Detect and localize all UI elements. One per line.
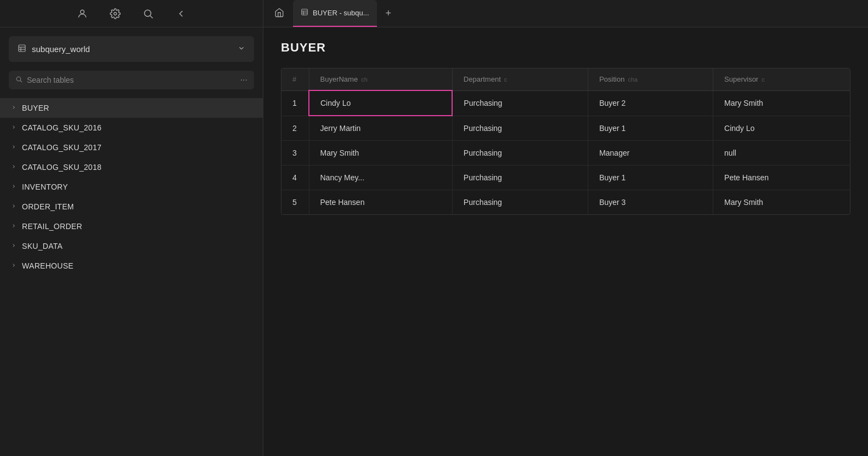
chevron-right-icon [11,105,16,111]
cell-4[interactable]: Mary Smith [713,190,850,215]
chevron-right-icon [11,263,16,269]
table-name: CATALOG_SKU_2018 [22,163,102,172]
sidebar-item-buyer[interactable]: BUYER [0,98,263,118]
cell-2[interactable]: Purchasing [452,166,588,190]
cell-1[interactable]: Mary Smith [309,141,452,166]
cell-1[interactable]: Jerry Martin [309,116,452,141]
table-list: BUYER CATALOG_SKU_2016 CATALOG_SKU_2017 … [0,96,263,278]
cell-4[interactable]: Mary Smith [713,90,850,116]
table-name: SKU_DATA [22,242,63,250]
table-icon [301,8,308,18]
tab-label: BUYER - subqu... [313,9,369,17]
tab-bar: BUYER - subqu... + [263,0,868,27]
row-number[interactable]: 4 [281,166,309,190]
svg-point-12 [16,77,21,81]
gear-icon[interactable] [108,6,123,21]
table-name: WAREHOUSE [22,261,74,270]
table-row: 5Pete HansenPurchasingBuyer 3Mary Smith [281,190,850,215]
row-number[interactable]: 5 [281,190,309,215]
table-row: 4Nancy Mey...PurchasingBuyer 1Pete Hanse… [281,166,850,190]
page-title: BUYER [281,41,850,55]
top-bar: BUYER - subqu... + [0,0,868,27]
cell-2[interactable]: Purchasing [452,116,588,141]
db-icon [18,44,26,54]
more-options-icon[interactable]: ··· [240,75,247,85]
svg-point-0 [80,10,84,14]
search-tables-input[interactable]: Search tables [27,76,236,84]
cell-4[interactable]: null [713,141,850,166]
cell-1[interactable]: Nancy Mey... [309,166,452,190]
table-name: CATALOG_SKU_2017 [22,143,102,152]
person-icon[interactable] [75,6,90,21]
cell-3[interactable]: Manager [588,141,713,166]
search-icon[interactable] [140,6,156,21]
cell-1[interactable]: Pete Hansen [309,190,452,215]
search-bar[interactable]: Search tables ··· [9,71,254,89]
sidebar-item-catalog_sku_2017[interactable]: CATALOG_SKU_2017 [0,138,263,157]
content-area: BUYER #BuyerNamechDepartmentcPositioncha… [263,27,868,456]
tab-buyer[interactable]: BUYER - subqu... [293,0,377,27]
chevron-right-icon [11,243,16,249]
cell-1[interactable]: Cindy Lo [309,90,452,116]
sidebar-item-catalog_sku_2018[interactable]: CATALOG_SKU_2018 [0,157,263,177]
sidebar-item-warehouse[interactable]: WAREHOUSE [0,256,263,276]
sidebar-item-inventory[interactable]: INVENTORY [0,177,263,197]
chevron-down-icon [238,44,245,54]
table-name: RETAIL_ORDER [22,222,82,231]
cell-4[interactable]: Cindy Lo [713,116,850,141]
chevron-right-icon [11,144,16,151]
svg-rect-4 [302,9,308,15]
cell-3[interactable]: Buyer 1 [588,116,713,141]
cell-3[interactable]: Buyer 2 [588,90,713,116]
main-layout: subquery_world Search tables ··· [0,27,868,456]
col-header-department: Departmentc [452,69,588,90]
col-header-position: Positioncha [588,69,713,90]
svg-point-2 [144,10,151,16]
row-number[interactable]: 1 [281,90,309,116]
sidebar: subquery_world Search tables ··· [0,27,263,456]
chevron-right-icon [11,124,16,131]
db-name: subquery_world [32,44,232,54]
table-row: 3Mary SmithPurchasingManagernull [281,141,850,166]
row-number[interactable]: 3 [281,141,309,166]
cell-4[interactable]: Pete Hansen [713,166,850,190]
chevron-right-icon [11,184,16,190]
sidebar-item-sku_data[interactable]: SKU_DATA [0,236,263,256]
cell-3[interactable]: Buyer 1 [588,166,713,190]
svg-line-13 [20,81,22,82]
table-body: 1Cindy LoPurchasingBuyer 2Mary Smith2Jer… [281,90,850,214]
table-row: 1Cindy LoPurchasingBuyer 2Mary Smith [281,90,850,116]
sidebar-top-icons [0,0,263,27]
cell-2[interactable]: Purchasing [452,190,588,215]
sidebar-item-retail_order[interactable]: RETAIL_ORDER [0,216,263,236]
add-tab-button[interactable]: + [381,5,396,21]
chevron-right-icon [11,223,16,230]
table-name: ORDER_ITEM [22,202,74,211]
db-selector[interactable]: subquery_world [9,36,254,62]
col-header--: # [281,69,309,90]
svg-rect-8 [19,45,25,52]
svg-point-1 [114,12,116,15]
cell-3[interactable]: Buyer 3 [588,190,713,215]
table-name: BUYER [22,104,49,112]
col-header-buyername: BuyerNamech [309,69,452,90]
home-button[interactable] [270,5,289,22]
chevron-right-icon [11,203,16,210]
table-row: 2Jerry MartinPurchasingBuyer 1Cindy Lo [281,116,850,141]
row-number[interactable]: 2 [281,116,309,141]
table-name: CATALOG_SKU_2016 [22,123,102,132]
data-table-container: #BuyerNamechDepartmentcPositionchaSuperv… [281,68,850,215]
sidebar-item-catalog_sku_2016[interactable]: CATALOG_SKU_2016 [0,118,263,138]
search-small-icon [15,76,22,84]
cell-2[interactable]: Purchasing [452,141,588,166]
svg-line-3 [150,15,153,18]
sidebar-item-order_item[interactable]: ORDER_ITEM [0,197,263,216]
collapse-icon[interactable] [173,6,189,21]
table-name: INVENTORY [22,183,68,191]
table-header: #BuyerNamechDepartmentcPositionchaSuperv… [281,69,850,90]
chevron-right-icon [11,164,16,170]
cell-2[interactable]: Purchasing [452,90,588,116]
buyer-table: #BuyerNamechDepartmentcPositionchaSuperv… [281,69,850,214]
col-header-supervisor: Supervisorc [713,69,850,90]
